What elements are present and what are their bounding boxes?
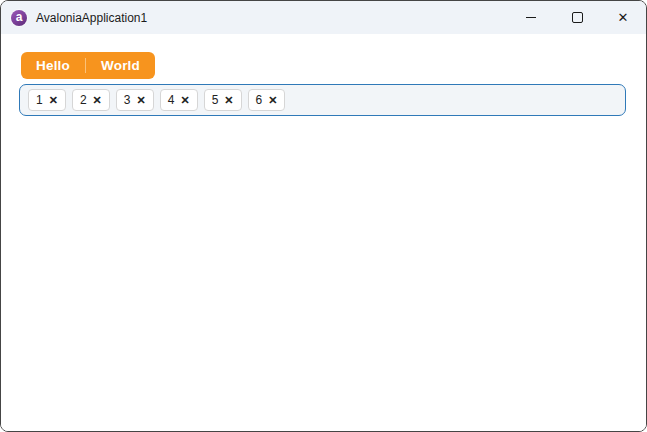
window-controls: ✕ (508, 1, 646, 34)
chip-remove-icon[interactable]: ✕ (93, 95, 102, 106)
chip-list: 1 ✕ 2 ✕ 3 ✕ 4 ✕ 5 ✕ 6 ✕ (19, 84, 626, 116)
titlebar[interactable]: a AvaloniaApplication1 ✕ (1, 1, 646, 34)
chip-label: 1 (36, 94, 43, 106)
chip-label: 3 (124, 94, 131, 106)
minimize-icon (526, 17, 536, 18)
close-icon: ✕ (618, 11, 629, 24)
chip-label: 5 (212, 94, 219, 106)
chip-remove-icon[interactable]: ✕ (49, 95, 58, 106)
chip-5: 5 ✕ (204, 89, 242, 111)
chip-4: 4 ✕ (160, 89, 198, 111)
chip-remove-icon[interactable]: ✕ (268, 95, 277, 106)
minimize-button[interactable] (508, 1, 554, 34)
chip-3: 3 ✕ (116, 89, 154, 111)
tab-hello[interactable]: Hello (21, 52, 85, 79)
chip-label: 4 (168, 94, 175, 106)
chip-remove-icon[interactable]: ✕ (224, 95, 233, 106)
chip-remove-icon[interactable]: ✕ (180, 95, 189, 106)
app-window: a AvaloniaApplication1 ✕ Hello World 1 ✕ (0, 0, 647, 432)
close-button[interactable]: ✕ (600, 1, 646, 34)
content-area: Hello World 1 ✕ 2 ✕ 3 ✕ 4 ✕ 5 ✕ (1, 34, 646, 431)
avalonia-logo-letter: a (16, 10, 23, 24)
window-title: AvaloniaApplication1 (36, 11, 147, 25)
chip-remove-icon[interactable]: ✕ (137, 95, 146, 106)
maximize-button[interactable] (554, 1, 600, 34)
maximize-icon (572, 12, 583, 23)
chip-2: 2 ✕ (72, 89, 110, 111)
tab-world[interactable]: World (86, 52, 155, 79)
avalonia-logo-icon: a (11, 10, 27, 26)
chip-1: 1 ✕ (28, 89, 66, 111)
chip-label: 6 (256, 94, 263, 106)
chip-label: 2 (80, 94, 87, 106)
tab-strip: Hello World (21, 52, 155, 79)
chip-6: 6 ✕ (248, 89, 286, 111)
